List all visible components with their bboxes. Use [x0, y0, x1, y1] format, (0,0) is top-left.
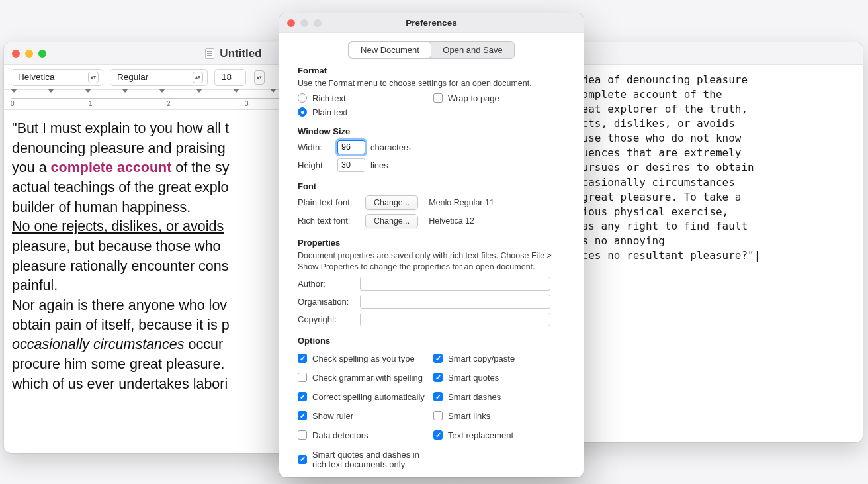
- body-line: actual teachings of the great explo: [12, 179, 229, 195]
- body-line: you a: [12, 160, 51, 175]
- prefs-title: Preferences: [406, 18, 456, 28]
- close-icon[interactable]: [12, 50, 20, 58]
- checkbox-check-grammar[interactable]: Check grammar with spelling: [298, 373, 433, 383]
- maximize-icon[interactable]: [38, 50, 46, 58]
- checkbox-smart-quotes[interactable]: Smart quotes: [433, 373, 569, 383]
- checkbox-label: Data detectors: [312, 430, 369, 440]
- properties-hint: Document properties are saved only with …: [298, 250, 569, 273]
- radio-rich-text[interactable]: Rich text: [298, 93, 433, 103]
- tab-new-document[interactable]: New Document: [349, 42, 431, 58]
- checkbox-icon: [433, 411, 443, 420]
- tabstop-icon[interactable]: [270, 89, 277, 93]
- tab-open-and-save[interactable]: Open and Save: [431, 42, 514, 58]
- checkbox-label: Correct spelling automatically: [312, 392, 425, 402]
- checkbox-label: Text replacement: [448, 430, 513, 440]
- organisation-field[interactable]: [360, 295, 550, 309]
- font-family-value: Helvetica: [18, 72, 55, 82]
- minimize-icon[interactable]: [25, 50, 33, 58]
- chevron-updown-icon: ▴▾: [193, 72, 203, 83]
- checkbox-correct-spelling[interactable]: Correct spelling automatically: [298, 392, 433, 402]
- prefs-tab-switcher: New Document Open and Save: [348, 41, 515, 59]
- checkbox-smart-links[interactable]: Smart links: [433, 411, 569, 421]
- options-heading: Options: [298, 336, 569, 346]
- document-icon: [205, 48, 214, 59]
- tabstop-icon[interactable]: [196, 89, 202, 93]
- change-plain-font-button[interactable]: Change...: [365, 195, 418, 210]
- ruler-label: 3: [245, 100, 249, 107]
- checkbox-label: Smart quotes: [448, 373, 499, 383]
- radio-plain-text[interactable]: Plain text: [298, 107, 433, 117]
- checkbox-icon: [433, 354, 443, 363]
- body-line: of the sy: [171, 160, 229, 175]
- radio-label: Rich text: [312, 93, 346, 103]
- checkbox-smart-copy-paste[interactable]: Smart copy/paste: [433, 354, 569, 363]
- font-size-field[interactable]: 18: [214, 69, 246, 86]
- properties-heading: Properties: [298, 238, 569, 248]
- checkbox-label: Check spelling as you type: [312, 354, 415, 363]
- checkbox-icon: [433, 93, 443, 103]
- tabstop-icon[interactable]: [11, 89, 17, 93]
- body-line: builder of human happiness.: [12, 199, 191, 215]
- body-line: pleasure, but because those who: [12, 238, 221, 254]
- prefs-titlebar[interactable]: Preferences: [279, 13, 584, 33]
- maximize-icon: [314, 19, 322, 27]
- font-size-stepper[interactable]: ▴▾: [254, 70, 265, 85]
- checkbox-data-detectors[interactable]: Data detectors: [298, 430, 433, 440]
- copyright-label: Copyright:: [298, 315, 355, 324]
- checkbox-icon: [298, 392, 307, 401]
- checkbox-smart-rich-only[interactable]: Smart quotes and dashes in rich text doc…: [298, 450, 433, 469]
- checkbox-wrap-to-page[interactable]: Wrap to page: [433, 93, 569, 103]
- checkbox-label: Check grammar with spelling: [312, 373, 423, 383]
- author-field[interactable]: [360, 277, 550, 291]
- format-heading: Format: [298, 66, 569, 75]
- tabstop-icon[interactable]: [122, 89, 128, 93]
- window-size-heading: Window Size: [298, 126, 569, 136]
- close-icon[interactable]: [287, 19, 295, 27]
- height-unit: lines: [370, 160, 388, 170]
- tabstop-icon[interactable]: [48, 89, 54, 93]
- rich-font-value: Helvetica 12: [429, 217, 474, 226]
- minimize-icon: [300, 19, 308, 27]
- checkbox-check-spelling[interactable]: Check spelling as you type: [298, 354, 433, 363]
- underlined-text: No one rejects, dislikes, or avoids: [12, 218, 224, 234]
- body-line: Nor again is there anyone who lov: [12, 297, 227, 313]
- radio-icon: [298, 93, 307, 103]
- italic-text: occasionally circumstances: [12, 336, 185, 352]
- radio-label: Plain text: [312, 107, 347, 117]
- height-field[interactable]: 30: [337, 158, 365, 172]
- font-style-value: Regular: [117, 72, 148, 82]
- left-window-title: Untitled: [220, 47, 261, 60]
- checkbox-label: Smart links: [448, 411, 490, 421]
- body-line: occur: [185, 336, 224, 352]
- copyright-field[interactable]: [360, 313, 550, 326]
- font-style-select[interactable]: Regular ▴▾: [110, 69, 208, 86]
- checkbox-icon: [433, 373, 443, 382]
- author-label: Author:: [298, 279, 355, 289]
- font-family-select[interactable]: Helvetica ▴▾: [11, 69, 103, 86]
- highlighted-text: complete account: [51, 160, 172, 175]
- width-field[interactable]: 96: [337, 140, 365, 154]
- body-line: denouncing pleasure and praising: [12, 140, 226, 156]
- ruler-label: 2: [167, 100, 171, 107]
- tabstop-icon[interactable]: [233, 89, 239, 93]
- checkbox-label: Wrap to page: [448, 93, 499, 103]
- body-line: procure him some great pleasure.: [12, 356, 224, 372]
- checkbox-icon: [298, 455, 307, 464]
- body-line: pleasure rationally encounter cons: [12, 258, 228, 274]
- tabstop-icon[interactable]: [159, 89, 165, 93]
- change-rich-font-button[interactable]: Change...: [365, 214, 418, 228]
- width-label: Width:: [298, 142, 332, 152]
- checkbox-text-replacement[interactable]: Text replacement: [433, 430, 569, 440]
- checkbox-icon: [298, 411, 307, 420]
- checkbox-smart-dashes[interactable]: Smart dashes: [433, 392, 569, 402]
- format-hint: Use the Format menu to choose settings f…: [298, 78, 569, 89]
- body-line: "But I must explain to you how all t: [12, 121, 229, 136]
- radio-icon: [298, 107, 307, 117]
- body-line: obtain pain of itself, because it is p: [12, 317, 230, 333]
- tabstop-icon[interactable]: [85, 89, 91, 93]
- height-label: Height:: [298, 160, 332, 170]
- checkbox-show-ruler[interactable]: Show ruler: [298, 411, 433, 421]
- plain-font-label: Plain text font:: [298, 197, 360, 207]
- body-line: which of us ever undertakes labori: [12, 376, 228, 392]
- checkbox-icon: [298, 354, 307, 363]
